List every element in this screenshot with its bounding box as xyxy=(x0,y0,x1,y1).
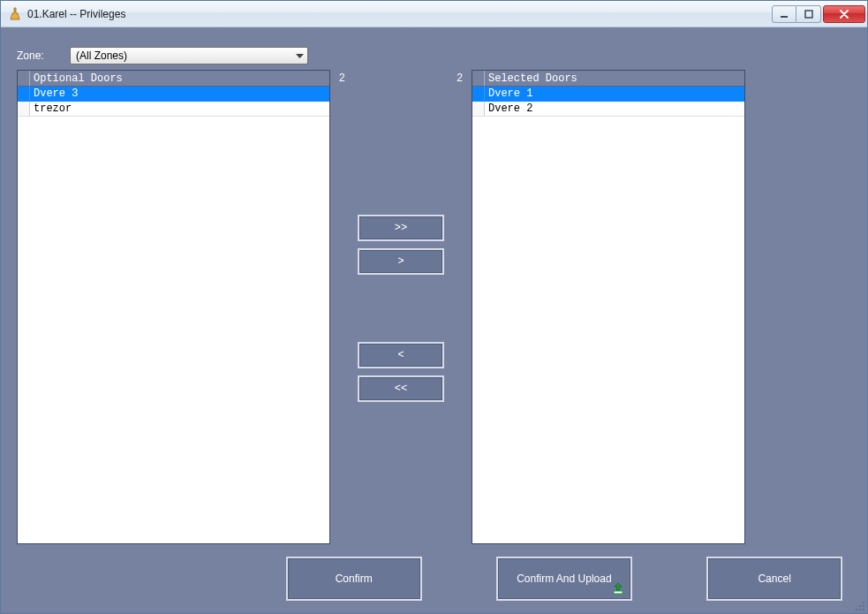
optional-count-column: 2 xyxy=(330,70,401,544)
svg-rect-1 xyxy=(781,16,788,18)
zone-label: Zone: xyxy=(17,49,56,62)
svg-point-8 xyxy=(859,609,861,610)
row-handle xyxy=(472,87,485,101)
selected-count: 2 xyxy=(457,72,463,84)
move-left-button[interactable]: < xyxy=(358,342,444,368)
move-right-button[interactable]: > xyxy=(358,248,444,275)
close-button[interactable] xyxy=(823,5,865,23)
svg-point-7 xyxy=(856,609,857,610)
list-item-label: Dvere 2 xyxy=(485,102,744,115)
list-item-label: Dvere 1 xyxy=(485,87,744,100)
confirm-upload-button[interactable]: Confirm And Upload xyxy=(496,557,632,601)
list-item[interactable]: trezor xyxy=(18,102,329,117)
list-item-label: trezor xyxy=(30,102,329,115)
cancel-button-label: Cancel xyxy=(758,572,790,585)
list-item-label: Dvere 3 xyxy=(30,87,329,100)
minimize-button[interactable] xyxy=(772,5,796,23)
list-item[interactable]: Dvere 1 xyxy=(472,87,744,102)
maximize-button[interactable] xyxy=(796,5,821,23)
selected-doors-header-text: Selected Doors xyxy=(485,72,577,85)
chevron-down-icon xyxy=(296,49,304,62)
selected-count-column: 2 xyxy=(401,70,472,544)
selected-doors-list[interactable]: Dvere 1Dvere 2 xyxy=(472,87,744,543)
zone-select-value: (All Zones) xyxy=(76,49,127,62)
titlebar: 01.Karel -- Privileges xyxy=(1,1,867,27)
optional-doors-list[interactable]: Dvere 3trezor xyxy=(18,87,329,543)
svg-point-4 xyxy=(863,602,864,603)
move-all-left-button[interactable]: << xyxy=(358,375,444,402)
cancel-button[interactable]: Cancel xyxy=(706,557,842,601)
row-handle xyxy=(18,102,30,116)
window-title: 01.Karel -- Privileges xyxy=(27,8,770,20)
client-area: Zone: (All Zones) Optional Doors Dvere 3… xyxy=(1,27,867,613)
list-item[interactable]: Dvere 3 xyxy=(18,87,329,102)
upload-icon xyxy=(611,581,625,595)
column-handle[interactable] xyxy=(18,71,30,86)
confirm-button[interactable]: Confirm xyxy=(286,557,422,601)
svg-rect-2 xyxy=(805,11,812,18)
optional-doors-header: Optional Doors xyxy=(18,71,329,87)
selected-doors-header: Selected Doors xyxy=(472,71,744,87)
lists-row: Optional Doors Dvere 3trezor 2 >> > < << xyxy=(1,70,867,553)
zone-row: Zone: (All Zones) xyxy=(1,27,867,70)
optional-doors-panel: Optional Doors Dvere 3trezor xyxy=(17,70,330,544)
selected-doors-panel: Selected Doors Dvere 1Dvere 2 xyxy=(472,70,745,544)
zone-select[interactable]: (All Zones) xyxy=(70,47,308,64)
row-handle xyxy=(472,102,485,116)
app-icon xyxy=(8,7,22,21)
confirm-upload-button-label: Confirm And Upload xyxy=(517,572,611,585)
svg-point-6 xyxy=(863,605,864,607)
svg-point-9 xyxy=(863,609,864,610)
optional-doors-header-text: Optional Doors xyxy=(30,72,123,85)
svg-point-5 xyxy=(859,605,861,607)
list-item[interactable]: Dvere 2 xyxy=(472,102,744,117)
optional-count: 2 xyxy=(339,72,345,84)
confirm-button-label: Confirm xyxy=(336,572,373,585)
window-controls xyxy=(770,5,865,23)
row-handle xyxy=(18,87,30,101)
bottom-buttons: Confirm Confirm And Upload Cancel xyxy=(1,553,867,613)
svg-rect-3 xyxy=(614,591,623,594)
resize-grip-icon[interactable] xyxy=(853,599,865,611)
svg-point-0 xyxy=(14,10,16,11)
move-all-right-button[interactable]: >> xyxy=(358,215,444,241)
app-window: 01.Karel -- Privileges Zone: (All Zones) xyxy=(0,0,868,614)
column-handle[interactable] xyxy=(472,71,485,86)
